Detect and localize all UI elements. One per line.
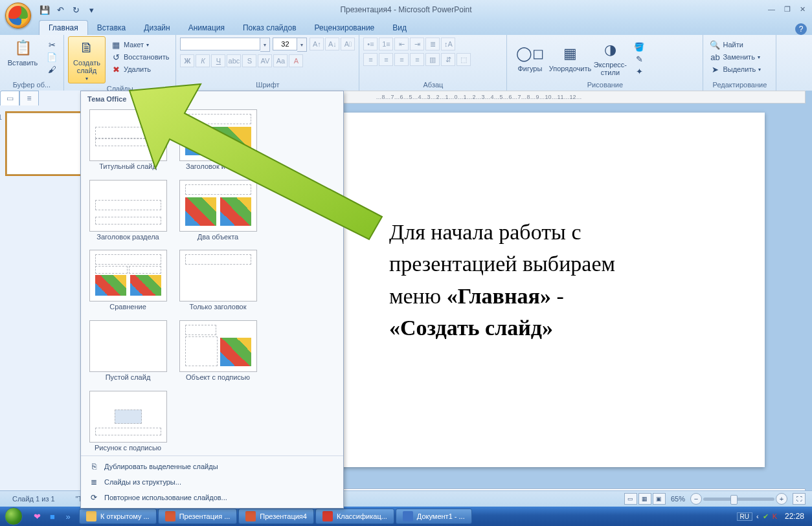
tray-kaspersky-icon[interactable]: K	[773, 512, 777, 520]
columns-button[interactable]: ▥	[425, 53, 440, 66]
tab-insert[interactable]: Вставка	[88, 21, 135, 35]
taskbar-item[interactable]: Классификац...	[315, 509, 394, 524]
language-indicator[interactable]: RU	[737, 512, 752, 521]
tray-icon[interactable]: »	[62, 510, 74, 522]
shadow-button[interactable]: S	[242, 54, 256, 67]
numbering-button[interactable]: 1≡	[379, 38, 393, 50]
zoom-in-button[interactable]: +	[776, 493, 787, 505]
clipboard-icon: 📋	[12, 38, 33, 58]
align-right-button[interactable]: ≡	[394, 53, 409, 66]
tab-animation[interactable]: Анимация	[179, 21, 234, 35]
arrange-button[interactable]: ▦Упорядочить	[551, 42, 589, 74]
fit-window-button[interactable]: ⛶	[793, 493, 806, 505]
font-color-button[interactable]: A	[289, 54, 303, 67]
cut-button[interactable]: ✂	[44, 39, 60, 50]
change-case-button[interactable]: Aa	[273, 54, 288, 67]
delete-slide-button[interactable]: ✖Удалить	[108, 63, 172, 75]
normal-view-button[interactable]: ▭	[624, 493, 637, 505]
sorter-view-button[interactable]: ▦	[638, 493, 651, 505]
taskbar-item[interactable]: Документ1 - ...	[396, 509, 472, 524]
zoom-out-button[interactable]: −	[690, 493, 702, 505]
office-button[interactable]	[5, 3, 31, 28]
justify-button[interactable]: ≡	[410, 53, 424, 66]
shapes-button[interactable]: ◯◻Фигуры	[511, 42, 548, 74]
minimize-button[interactable]: —	[768, 5, 775, 14]
shapes-icon: ◯◻	[519, 44, 540, 63]
replace-icon: ab	[710, 52, 720, 62]
find-button[interactable]: 🔍Найти	[707, 39, 763, 50]
grow-font-icon[interactable]: A↑	[310, 38, 324, 50]
new-slide-button[interactable]: 🗎 Создать слайд ▾	[68, 36, 106, 83]
taskbar-item[interactable]: Презентация4	[238, 509, 314, 524]
font-family-input[interactable]	[180, 38, 260, 50]
italic-button[interactable]: К	[196, 54, 210, 67]
bullets-button[interactable]: •≡	[363, 38, 378, 50]
align-text-button[interactable]: ⇵	[441, 53, 455, 66]
copy-button[interactable]: 📄	[44, 51, 60, 63]
layout-button[interactable]: ▦Макет ▾	[108, 39, 172, 50]
chevron-down-icon[interactable]: ▾	[297, 38, 307, 52]
search-icon: 🔍	[710, 39, 720, 50]
clear-format-icon[interactable]: A⃠	[341, 38, 355, 50]
layout-title-only[interactable]: Только заголовок	[175, 247, 261, 314]
cursor-icon: ➤	[710, 64, 720, 74]
reuse-slides-menu[interactable]: ⟳Повторное использование слайдов...	[85, 490, 339, 505]
annotation-text: Для начала работы с презентацией выбирае…	[389, 216, 615, 344]
taskbar-item[interactable]: К открытому ...	[79, 509, 157, 524]
layout-blank[interactable]: Пустой слайд	[85, 318, 171, 384]
maximize-button[interactable]: ❐	[784, 5, 791, 14]
layout-comparison[interactable]: Сравнение	[85, 247, 171, 314]
slides-from-outline-menu[interactable]: ≣Слайды из структуры...	[85, 474, 339, 490]
format-painter-button[interactable]: 🖌	[44, 63, 60, 75]
char-spacing-button[interactable]: AV	[258, 54, 272, 67]
slides-tab[interactable]: ▭	[0, 91, 19, 105]
underline-button[interactable]: Ч	[211, 54, 225, 67]
tray-chevron-icon[interactable]: ‹	[756, 512, 759, 520]
zoom-slider[interactable]	[703, 498, 774, 501]
ribbon-tabs: Главная Вставка Дизайн Анимация Показ сл…	[0, 19, 812, 35]
font-size-input[interactable]	[273, 38, 297, 50]
smartart-button[interactable]: ⬚	[457, 53, 471, 66]
text-direction-button[interactable]: ↕A	[441, 38, 455, 50]
select-button[interactable]: ➤Выделить ▾	[707, 63, 763, 75]
shape-effects-button[interactable]: ✦	[631, 66, 647, 78]
paste-button[interactable]: 📋 Вставить	[4, 36, 41, 69]
font-family-combo[interactable]: ▾	[180, 38, 270, 52]
font-size-combo[interactable]: ▾	[273, 38, 307, 52]
align-center-button[interactable]: ≡	[379, 53, 393, 66]
tray-icon[interactable]: ■	[47, 510, 58, 522]
start-button[interactable]	[0, 507, 27, 526]
tab-design[interactable]: Дизайн	[135, 21, 179, 35]
duplicate-slides-menu[interactable]: ⎘Дублировать выделенные слайды	[85, 459, 339, 474]
indent-dec-button[interactable]: ⇤	[394, 38, 409, 50]
tray-icon[interactable]: ❤	[31, 510, 43, 522]
layout-content-caption[interactable]: Объект с подписью	[175, 318, 261, 384]
close-button[interactable]: ✕	[800, 5, 806, 14]
reset-icon: ↺	[111, 52, 121, 62]
window-title: Презентация4 - Microsoft PowerPoint	[0, 5, 812, 14]
chevron-down-icon[interactable]: ▾	[260, 38, 270, 52]
tab-home[interactable]: Главная	[39, 20, 88, 35]
shape-outline-button[interactable]: ✎	[631, 54, 647, 65]
strike-button[interactable]: abc	[227, 54, 241, 67]
replace-button[interactable]: abЗаменить ▾	[707, 51, 763, 63]
tab-view[interactable]: Вид	[383, 21, 416, 35]
shrink-font-icon[interactable]: A↓	[325, 38, 339, 50]
taskbar-item[interactable]: Презентация ...	[158, 509, 238, 524]
reset-button[interactable]: ↺Восстановить	[108, 51, 172, 63]
clock[interactable]: 22:28	[781, 512, 808, 521]
quick-styles-button[interactable]: ◑Экспресс-стили	[591, 38, 629, 78]
indent-inc-button[interactable]: ⇥	[410, 38, 424, 50]
bold-button[interactable]: Ж	[180, 54, 194, 67]
line-spacing-button[interactable]: ≣	[425, 38, 440, 50]
tab-slideshow[interactable]: Показ слайдов	[234, 21, 306, 35]
help-icon[interactable]: ?	[795, 23, 807, 35]
outline-tab[interactable]: ≡	[19, 91, 39, 105]
tab-review[interactable]: Рецензирование	[306, 21, 384, 35]
align-left-button[interactable]: ≡	[363, 53, 378, 66]
tray-app-icon[interactable]: ✔	[763, 512, 769, 521]
scissors-icon: ✂	[47, 39, 57, 50]
slideshow-view-button[interactable]: ▣	[653, 493, 666, 505]
layout-picture-caption[interactable]: Рисунок с подписью	[85, 388, 171, 455]
shape-fill-button[interactable]: 🪣	[631, 41, 647, 53]
